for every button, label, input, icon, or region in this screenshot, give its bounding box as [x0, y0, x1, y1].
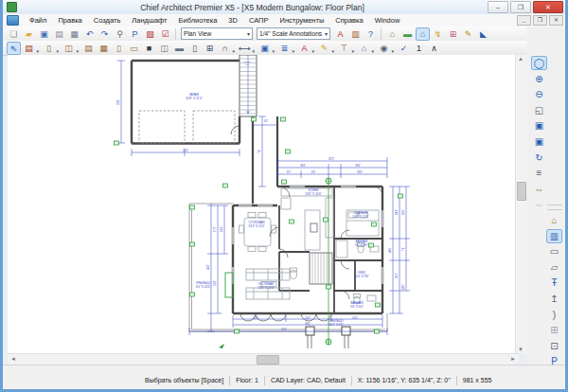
svg-text:ОФИС10'0" X 9'6": ОФИС10'0" X 9'6": [354, 271, 369, 278]
refresh-display-icon[interactable]: ↻: [531, 151, 547, 165]
layout-page-icon[interactable]: P: [128, 27, 142, 41]
new-file-icon[interactable]: ❏: [7, 27, 21, 41]
edit-area-icon[interactable]: ▧: [143, 27, 157, 41]
scroll-down-icon[interactable]: ▼: [516, 347, 525, 352]
undo-zoom-icon[interactable]: ◱: [531, 103, 547, 117]
vertical-scrollbar[interactable]: ▲ ▼: [515, 55, 526, 353]
chevron-down-icon: ▾: [325, 30, 328, 37]
print-icon[interactable]: ▤: [52, 27, 66, 41]
cabinet-base-icon[interactable]: ▤: [81, 42, 96, 55]
menu-item-ландшафт[interactable]: Ландшафт: [126, 16, 172, 25]
terrain-icon[interactable]: ▬: [400, 27, 415, 41]
text-tools-icon[interactable]: A: [297, 42, 311, 55]
camera-tools-icon[interactable]: ◉: [377, 42, 391, 55]
redo-icon[interactable]: ↷: [98, 27, 112, 41]
spline-tool-icon[interactable]: ): [546, 308, 562, 322]
menubar: ФайлПравкаСоздатьЛандшафтБиблиотека3DСАП…: [3, 14, 565, 27]
floor-plan-view-icon[interactable]: ⌂: [416, 27, 430, 41]
vscroll-thumb[interactable]: [517, 182, 526, 201]
door-tools-icon[interactable]: ▯: [42, 42, 56, 55]
svg-text:38'0": 38'0": [305, 322, 311, 326]
menu-item-правка[interactable]: Правка: [52, 16, 87, 25]
plan-markup-icon[interactable]: ✎: [461, 27, 475, 41]
elevation-icon[interactable]: ◣: [476, 27, 490, 41]
mdi-restore-button[interactable]: ❐: [533, 15, 547, 26]
scale-annotations-combobox[interactable]: 1/4" Scale Annotations▾: [257, 27, 330, 40]
zoom-out-icon[interactable]: ⊖: [531, 87, 547, 101]
mdi-close-button[interactable]: ✕: [549, 15, 563, 26]
layer-display-icon[interactable]: ≡: [531, 166, 547, 180]
cabinet-full-icon[interactable]: ▯: [112, 42, 126, 55]
wall-tools-icon[interactable]: ▤: [22, 42, 36, 55]
camera-3d-view-icon[interactable]: ⌂: [385, 27, 399, 41]
export-view-icon[interactable]: ▦: [67, 27, 81, 41]
library-browser-icon[interactable]: ▥: [348, 27, 363, 41]
text-styles-icon[interactable]: A: [333, 27, 347, 41]
menu-item-3d[interactable]: 3D: [222, 16, 243, 25]
reference-display-icon[interactable]: ⌂: [546, 213, 562, 227]
menu-item-библиотека[interactable]: Библиотека: [173, 16, 223, 25]
cabinet-wall-icon[interactable]: ▦: [97, 42, 111, 55]
help-icon[interactable]: ?: [364, 27, 378, 41]
svg-text:ВАННАЯ5'6" X 6'0": ВАННАЯ5'6" X 6'0": [350, 301, 364, 309]
door-slab-icon[interactable]: ▯: [187, 42, 202, 55]
scroll-right-icon[interactable]: ►: [508, 356, 518, 362]
menu-item-создать[interactable]: Создать: [88, 16, 127, 25]
text-line-tool-icon[interactable]: Ŧ: [546, 276, 562, 290]
drawing-canvas[interactable]: 21'4"21'8"7'6"3'0"37'0"18'6"18'6"9'2"9'4…: [8, 55, 519, 353]
zoom-tool-icon[interactable]: ◯: [531, 56, 547, 70]
cad-detail-icon[interactable]: ⊞: [446, 27, 460, 41]
preferences-wrench-icon[interactable]: ⚲: [113, 27, 127, 41]
menu-item-window[interactable]: Window: [369, 16, 406, 25]
rectangle-tool-icon[interactable]: ▭: [546, 244, 562, 258]
hscroll-thumb[interactable]: [257, 355, 279, 365]
mdi-minimize-button[interactable]: _: [517, 15, 531, 26]
aerial-view-icon[interactable]: ▥: [546, 229, 562, 243]
svg-text:18'6": 18'6": [300, 164, 306, 168]
fixture-icon[interactable]: ◫: [157, 42, 171, 55]
minimize-button[interactable]: –: [488, 1, 508, 13]
save-icon[interactable]: ▣: [37, 27, 51, 41]
floor-number-label[interactable]: 1: [412, 42, 426, 55]
maximize-button[interactable]: ❐: [510, 1, 531, 13]
undo-icon[interactable]: ↶: [82, 27, 97, 41]
marquee-tool-icon[interactable]: ↥: [546, 292, 562, 306]
scroll-left-icon[interactable]: ◄: [9, 356, 18, 362]
stairs-3d-icon[interactable]: ≣: [277, 42, 292, 55]
scroll-up-icon[interactable]: ▲: [516, 56, 525, 62]
appliance-icon[interactable]: ■: [142, 42, 156, 55]
svg-text:21'8": 21'8": [116, 99, 120, 105]
copy-region-icon[interactable]: ▱: [546, 260, 562, 275]
stair-tools-icon[interactable]: ∩: [218, 42, 232, 55]
window-tools-icon[interactable]: ◫: [62, 42, 76, 55]
furniture-icon[interactable]: ▬: [172, 42, 186, 55]
fill-window-icon[interactable]: ▣: [531, 118, 547, 133]
elevation-ref-icon[interactable]: ▣: [257, 42, 272, 55]
select-objects-icon[interactable]: ⇖: [7, 42, 21, 55]
roof-tools-icon[interactable]: ⌂: [357, 42, 371, 55]
open-folder-icon[interactable]: ▰: [22, 27, 36, 41]
zoom-in-icon[interactable]: ⊕: [531, 72, 547, 86]
electrical-icon[interactable]: ↯: [431, 27, 445, 41]
pan-window-alt-icon[interactable]: ⇔: [531, 197, 547, 211]
edit-behaviors-icon[interactable]: ☑: [158, 27, 172, 41]
menu-item-сапр[interactable]: САПР: [243, 16, 275, 25]
soffit-icon[interactable]: ▭: [127, 42, 141, 55]
window-grid-icon[interactable]: ⊞: [203, 42, 217, 55]
grid-tool-icon[interactable]: ⊞: [546, 323, 562, 337]
cad-line-tools-icon[interactable]: ✎: [317, 42, 331, 55]
snap-grid-icon[interactable]: ⊡: [546, 339, 562, 353]
trim-tools-icon[interactable]: ⊤: [337, 42, 351, 55]
close-button[interactable]: ✕: [533, 1, 563, 13]
floor-up-icon[interactable]: ∧: [427, 42, 441, 55]
menu-item-инструменты[interactable]: Инструменты: [275, 16, 330, 25]
menu-item-справка[interactable]: Справка: [329, 16, 368, 25]
mdi-document-icon[interactable]: [7, 15, 19, 26]
check-icon[interactable]: ✓: [397, 42, 411, 55]
fill-window-building-icon[interactable]: ▣: [531, 134, 547, 149]
dimension-tools-icon[interactable]: ⟷: [238, 42, 252, 55]
view-combobox[interactable]: Plan View▾: [181, 27, 253, 40]
pan-window-icon[interactable]: ⇔: [531, 182, 547, 196]
menu-item-файл[interactable]: Файл: [24, 16, 52, 25]
horizontal-scrollbar[interactable]: ◄ ►: [8, 353, 519, 365]
